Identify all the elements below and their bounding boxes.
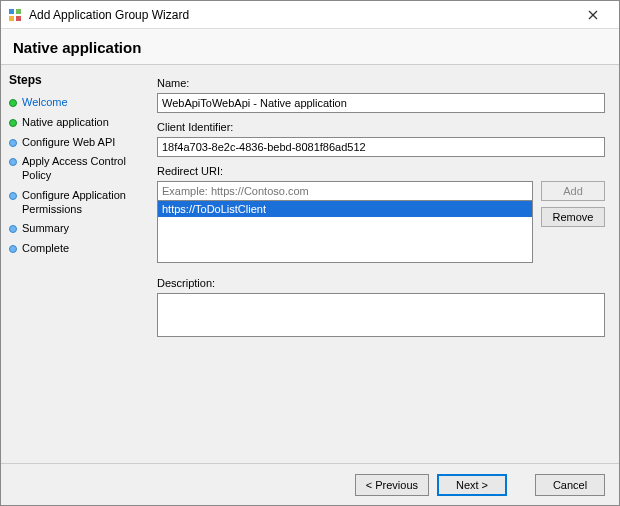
redirect-uri-item[interactable]: https://ToDoListClient <box>158 201 532 217</box>
step-summary[interactable]: Summary <box>9 219 141 239</box>
close-button[interactable] <box>573 2 613 28</box>
close-icon <box>588 10 598 20</box>
step-pending-icon <box>9 158 17 166</box>
step-complete[interactable]: Complete <box>9 239 141 259</box>
step-label: Complete <box>22 242 69 256</box>
step-label: Native application <box>22 116 109 130</box>
step-label: Configure Web API <box>22 136 115 150</box>
description-label: Description: <box>157 277 605 289</box>
name-label: Name: <box>157 77 605 89</box>
step-label: Summary <box>22 222 69 236</box>
step-pending-icon <box>9 225 17 233</box>
form-panel: Name: Client Identifier: Redirect URI: h… <box>149 65 619 463</box>
svg-rect-2 <box>9 16 14 21</box>
next-button[interactable]: Next > <box>437 474 507 496</box>
window-title: Add Application Group Wizard <box>29 8 573 22</box>
remove-uri-button[interactable]: Remove <box>541 207 605 227</box>
step-welcome[interactable]: Welcome <box>9 93 141 113</box>
app-icon <box>7 7 23 23</box>
page-title: Native application <box>1 29 619 65</box>
cancel-button[interactable]: Cancel <box>535 474 605 496</box>
step-pending-icon <box>9 245 17 253</box>
svg-rect-1 <box>16 9 21 14</box>
step-complete-icon <box>9 99 17 107</box>
wizard-body: Steps WelcomeNative applicationConfigure… <box>1 65 619 463</box>
step-native-application[interactable]: Native application <box>9 113 141 133</box>
steps-sidebar: Steps WelcomeNative applicationConfigure… <box>1 65 149 463</box>
name-input[interactable] <box>157 93 605 113</box>
step-configure-web-api[interactable]: Configure Web API <box>9 133 141 153</box>
step-complete-icon <box>9 119 17 127</box>
step-label: Configure Application Permissions <box>22 189 141 217</box>
previous-button[interactable]: < Previous <box>355 474 429 496</box>
step-pending-icon <box>9 139 17 147</box>
svg-rect-0 <box>9 9 14 14</box>
steps-heading: Steps <box>9 73 141 87</box>
description-input[interactable] <box>157 293 605 337</box>
step-pending-icon <box>9 192 17 200</box>
redirect-uri-label: Redirect URI: <box>157 165 605 177</box>
wizard-window: Add Application Group Wizard Native appl… <box>0 0 620 506</box>
client-id-label: Client Identifier: <box>157 121 605 133</box>
step-label: Apply Access Control Policy <box>22 155 141 183</box>
redirect-uri-input[interactable] <box>157 181 533 201</box>
wizard-footer: < Previous Next > Cancel <box>1 463 619 505</box>
svg-rect-3 <box>16 16 21 21</box>
client-id-input[interactable] <box>157 137 605 157</box>
step-configure-application-permissions[interactable]: Configure Application Permissions <box>9 186 141 220</box>
titlebar: Add Application Group Wizard <box>1 1 619 29</box>
add-uri-button[interactable]: Add <box>541 181 605 201</box>
step-label: Welcome <box>22 96 68 110</box>
redirect-uri-list[interactable]: https://ToDoListClient <box>157 201 533 263</box>
step-apply-access-control-policy[interactable]: Apply Access Control Policy <box>9 152 141 186</box>
